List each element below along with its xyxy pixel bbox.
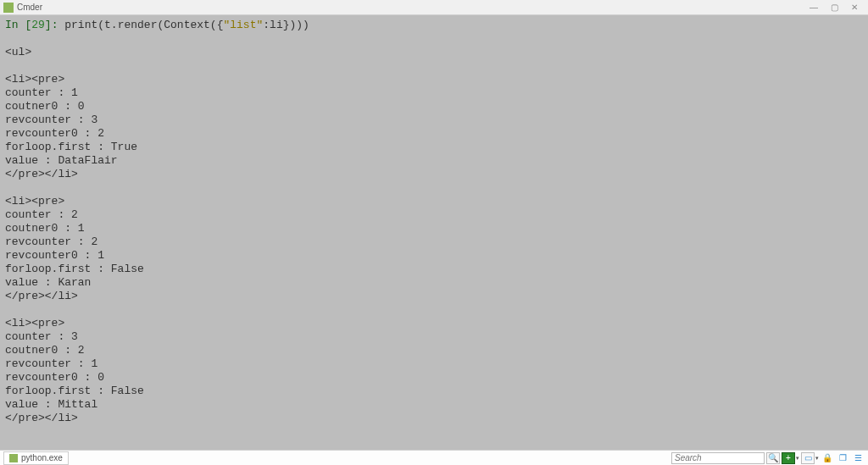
statusbar: python.exe 🔍 + ▾ ▭ ▾ 🔒 ❐ ☰ <box>0 450 868 465</box>
search-icon[interactable]: 🔍 <box>766 452 780 464</box>
string-literal: "list" <box>223 19 263 31</box>
app-icon <box>3 3 14 13</box>
menu-icon[interactable]: ☰ <box>851 452 865 464</box>
prompt-close: ]: <box>45 19 64 31</box>
window-list-button[interactable]: ▭ <box>801 452 815 464</box>
search-input[interactable] <box>671 452 765 464</box>
window-dropdown-icon[interactable]: ▾ <box>815 455 819 462</box>
add-dropdown-icon[interactable]: ▾ <box>796 455 799 462</box>
output-block: <ul> <li><pre> counter : 1 coutner0 : 0 … <box>5 46 144 424</box>
code-suffix: :li}))) <box>263 19 309 31</box>
tab-python[interactable]: python.exe <box>3 451 69 465</box>
tab-label: python.exe <box>21 453 63 462</box>
close-button[interactable]: ✕ <box>844 1 865 14</box>
minimize-button[interactable]: — <box>804 1 824 14</box>
titlebar: Cmder — ▢ ✕ <box>0 0 868 15</box>
maximize-button[interactable]: ▢ <box>824 1 844 14</box>
prompt-number: 29 <box>31 19 45 31</box>
add-tab-button[interactable]: + <box>782 452 795 464</box>
prompt-in-label: In [ <box>5 19 31 31</box>
window-title: Cmder <box>17 3 42 12</box>
windows-icon[interactable]: ❐ <box>836 452 849 464</box>
terminal-output[interactable]: In [29]: print(t.render(Context({"list":… <box>0 15 868 450</box>
code-prefix: print(t.render(Context({ <box>64 19 223 31</box>
lock-icon[interactable]: 🔒 <box>821 452 834 464</box>
lambda-icon <box>9 454 18 462</box>
